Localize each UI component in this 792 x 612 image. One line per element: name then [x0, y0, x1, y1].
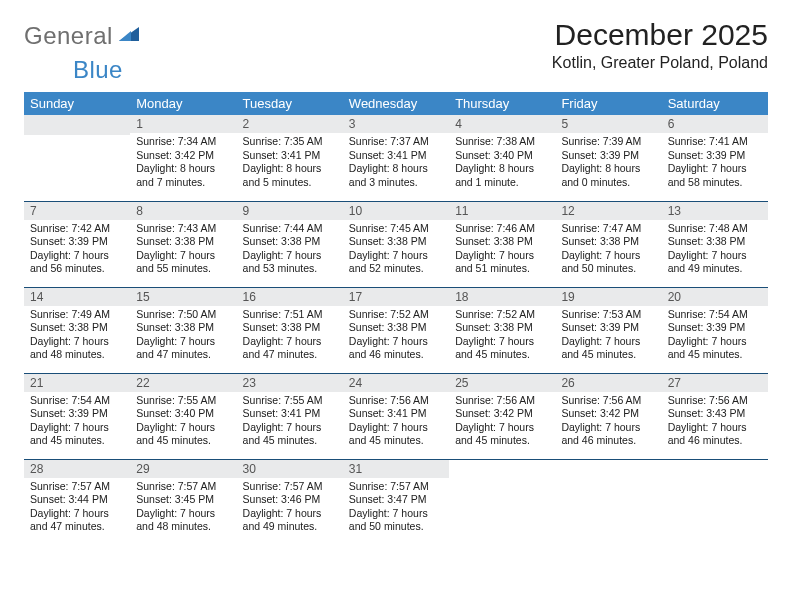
day-cell: 16Sunrise: 7:51 AMSunset: 3:38 PMDayligh…: [237, 287, 343, 373]
day-cell: 22Sunrise: 7:55 AMSunset: 3:40 PMDayligh…: [130, 373, 236, 459]
day-number: 14: [24, 288, 130, 306]
calendar-row: 1Sunrise: 7:34 AMSunset: 3:42 PMDaylight…: [24, 115, 768, 201]
day-number: 25: [449, 374, 555, 392]
day-number: 22: [130, 374, 236, 392]
daylight-line: Daylight: 7 hours and 55 minutes.: [136, 249, 230, 276]
weekday-header: Friday: [555, 92, 661, 115]
calendar-page: General December 2025 Kotlin, Greater Po…: [0, 0, 792, 612]
day-details: Sunrise: 7:38 AMSunset: 3:40 PMDaylight:…: [449, 133, 555, 194]
daylight-line: Daylight: 8 hours and 3 minutes.: [349, 162, 443, 189]
day-cell: 2Sunrise: 7:35 AMSunset: 3:41 PMDaylight…: [237, 115, 343, 201]
sunset-line: Sunset: 3:41 PM: [243, 149, 337, 163]
sunset-line: Sunset: 3:43 PM: [668, 407, 762, 421]
sunset-line: Sunset: 3:39 PM: [30, 407, 124, 421]
daylight-line: Daylight: 8 hours and 7 minutes.: [136, 162, 230, 189]
empty-cell: [662, 459, 768, 545]
day-details: Sunrise: 7:37 AMSunset: 3:41 PMDaylight:…: [343, 133, 449, 194]
sunset-line: Sunset: 3:38 PM: [349, 235, 443, 249]
day-details: Sunrise: 7:56 AMSunset: 3:42 PMDaylight:…: [555, 392, 661, 453]
day-cell: 1Sunrise: 7:34 AMSunset: 3:42 PMDaylight…: [130, 115, 236, 201]
empty-cell: [555, 459, 661, 545]
day-details: Sunrise: 7:57 AMSunset: 3:44 PMDaylight:…: [24, 478, 130, 539]
sunset-line: Sunset: 3:39 PM: [561, 321, 655, 335]
sunrise-line: Sunrise: 7:50 AM: [136, 308, 230, 322]
daylight-line: Daylight: 7 hours and 46 minutes.: [561, 421, 655, 448]
day-details: Sunrise: 7:56 AMSunset: 3:43 PMDaylight:…: [662, 392, 768, 453]
daylight-line: Daylight: 8 hours and 5 minutes.: [243, 162, 337, 189]
weekday-header: Saturday: [662, 92, 768, 115]
day-cell: 12Sunrise: 7:47 AMSunset: 3:38 PMDayligh…: [555, 201, 661, 287]
day-cell: 25Sunrise: 7:56 AMSunset: 3:42 PMDayligh…: [449, 373, 555, 459]
sunset-line: Sunset: 3:41 PM: [349, 149, 443, 163]
weekday-header: Tuesday: [237, 92, 343, 115]
day-cell: 14Sunrise: 7:49 AMSunset: 3:38 PMDayligh…: [24, 287, 130, 373]
day-details: Sunrise: 7:55 AMSunset: 3:41 PMDaylight:…: [237, 392, 343, 453]
sunset-line: Sunset: 3:42 PM: [455, 407, 549, 421]
daylight-line: Daylight: 7 hours and 48 minutes.: [30, 335, 124, 362]
day-cell: 19Sunrise: 7:53 AMSunset: 3:39 PMDayligh…: [555, 287, 661, 373]
day-number: 26: [555, 374, 661, 392]
day-details: Sunrise: 7:54 AMSunset: 3:39 PMDaylight:…: [24, 392, 130, 453]
day-details: Sunrise: 7:49 AMSunset: 3:38 PMDaylight:…: [24, 306, 130, 367]
sunset-line: Sunset: 3:38 PM: [668, 235, 762, 249]
day-details: Sunrise: 7:57 AMSunset: 3:46 PMDaylight:…: [237, 478, 343, 539]
sunrise-line: Sunrise: 7:55 AM: [136, 394, 230, 408]
day-number: 16: [237, 288, 343, 306]
sunset-line: Sunset: 3:38 PM: [243, 321, 337, 335]
day-cell: 8Sunrise: 7:43 AMSunset: 3:38 PMDaylight…: [130, 201, 236, 287]
sunrise-line: Sunrise: 7:45 AM: [349, 222, 443, 236]
daylight-line: Daylight: 7 hours and 45 minutes.: [455, 421, 549, 448]
weekday-header-row: Sunday Monday Tuesday Wednesday Thursday…: [24, 92, 768, 115]
day-number: 30: [237, 460, 343, 478]
sunset-line: Sunset: 3:39 PM: [668, 321, 762, 335]
calendar-row: 28Sunrise: 7:57 AMSunset: 3:44 PMDayligh…: [24, 459, 768, 545]
month-title: December 2025: [552, 18, 768, 52]
day-number: 15: [130, 288, 236, 306]
daylight-line: Daylight: 7 hours and 45 minutes.: [243, 421, 337, 448]
day-details: Sunrise: 7:57 AMSunset: 3:47 PMDaylight:…: [343, 478, 449, 539]
daylight-line: Daylight: 8 hours and 1 minute.: [455, 162, 549, 189]
daylight-line: Daylight: 7 hours and 53 minutes.: [243, 249, 337, 276]
sunrise-line: Sunrise: 7:46 AM: [455, 222, 549, 236]
day-cell: 10Sunrise: 7:45 AMSunset: 3:38 PMDayligh…: [343, 201, 449, 287]
weekday-header: Thursday: [449, 92, 555, 115]
day-number: 1: [130, 115, 236, 133]
sunrise-line: Sunrise: 7:41 AM: [668, 135, 762, 149]
day-number: 29: [130, 460, 236, 478]
day-cell: 3Sunrise: 7:37 AMSunset: 3:41 PMDaylight…: [343, 115, 449, 201]
sunset-line: Sunset: 3:38 PM: [561, 235, 655, 249]
sunset-line: Sunset: 3:39 PM: [30, 235, 124, 249]
day-cell: 28Sunrise: 7:57 AMSunset: 3:44 PMDayligh…: [24, 459, 130, 545]
day-cell: 18Sunrise: 7:52 AMSunset: 3:38 PMDayligh…: [449, 287, 555, 373]
daylight-line: Daylight: 7 hours and 45 minutes.: [668, 335, 762, 362]
sunrise-line: Sunrise: 7:39 AM: [561, 135, 655, 149]
day-details: Sunrise: 7:45 AMSunset: 3:38 PMDaylight:…: [343, 220, 449, 281]
sunrise-line: Sunrise: 7:48 AM: [668, 222, 762, 236]
daylight-line: Daylight: 7 hours and 45 minutes.: [561, 335, 655, 362]
sunset-line: Sunset: 3:39 PM: [561, 149, 655, 163]
day-details: Sunrise: 7:44 AMSunset: 3:38 PMDaylight:…: [237, 220, 343, 281]
day-cell: 20Sunrise: 7:54 AMSunset: 3:39 PMDayligh…: [662, 287, 768, 373]
day-cell: 27Sunrise: 7:56 AMSunset: 3:43 PMDayligh…: [662, 373, 768, 459]
day-details: Sunrise: 7:42 AMSunset: 3:39 PMDaylight:…: [24, 220, 130, 281]
day-number: 27: [662, 374, 768, 392]
sunrise-line: Sunrise: 7:56 AM: [455, 394, 549, 408]
daylight-line: Daylight: 7 hours and 45 minutes.: [136, 421, 230, 448]
logo-text-general: General: [24, 22, 113, 50]
day-cell: 4Sunrise: 7:38 AMSunset: 3:40 PMDaylight…: [449, 115, 555, 201]
day-number: 3: [343, 115, 449, 133]
day-details: Sunrise: 7:56 AMSunset: 3:41 PMDaylight:…: [343, 392, 449, 453]
day-number: 18: [449, 288, 555, 306]
sunset-line: Sunset: 3:38 PM: [349, 321, 443, 335]
day-details: Sunrise: 7:51 AMSunset: 3:38 PMDaylight:…: [237, 306, 343, 367]
sunset-line: Sunset: 3:42 PM: [561, 407, 655, 421]
sunrise-line: Sunrise: 7:35 AM: [243, 135, 337, 149]
sunrise-line: Sunrise: 7:42 AM: [30, 222, 124, 236]
sunrise-line: Sunrise: 7:56 AM: [668, 394, 762, 408]
daylight-line: Daylight: 7 hours and 46 minutes.: [349, 335, 443, 362]
daylight-line: Daylight: 7 hours and 56 minutes.: [30, 249, 124, 276]
daylight-line: Daylight: 7 hours and 48 minutes.: [136, 507, 230, 534]
sunrise-line: Sunrise: 7:54 AM: [30, 394, 124, 408]
title-block: December 2025 Kotlin, Greater Poland, Po…: [552, 18, 768, 72]
day-details: Sunrise: 7:34 AMSunset: 3:42 PMDaylight:…: [130, 133, 236, 194]
